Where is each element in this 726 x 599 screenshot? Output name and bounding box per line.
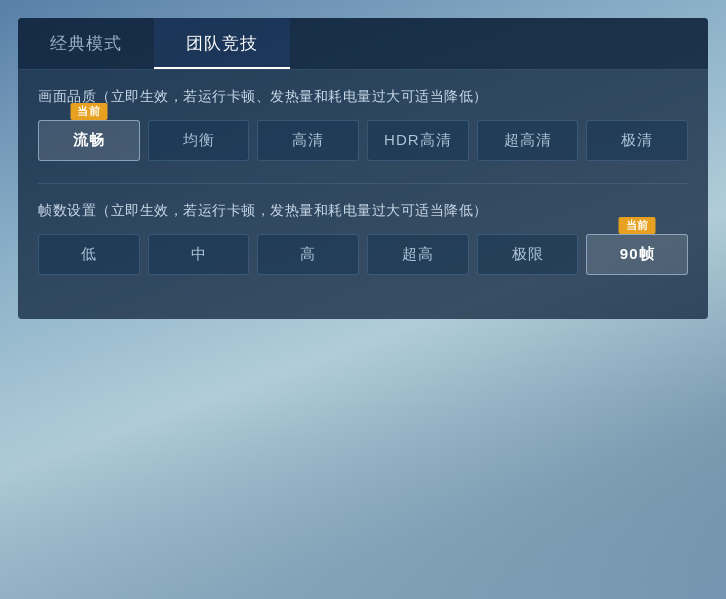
quality-option-ultra[interactable]: 超高清 (477, 120, 579, 161)
fps-section: 帧数设置（立即生效，若运行卡顿，发热量和耗电量过大可适当降低） 低 中 高 超高… (38, 202, 688, 275)
quality-options-row: 当前 流畅 均衡 高清 HDR高清 超高清 极清 (38, 120, 688, 161)
fps-option-mid[interactable]: 中 (148, 234, 250, 275)
tabs-row: 经典模式 团队竞技 (18, 18, 708, 70)
fps-option-90[interactable]: 当前 90帧 (586, 234, 688, 275)
quality-option-hdr[interactable]: HDR高清 (367, 120, 469, 161)
fps-option-low[interactable]: 低 (38, 234, 140, 275)
fps-option-high[interactable]: 高 (257, 234, 359, 275)
fps-current-badge: 当前 (619, 217, 656, 234)
quality-option-balanced[interactable]: 均衡 (148, 120, 250, 161)
tab-classic[interactable]: 经典模式 (18, 18, 154, 69)
panel-content: 画面品质（立即生效，若运行卡顿、发热量和耗电量过大可适当降低） 当前 流畅 均衡… (18, 70, 708, 319)
fps-option-max[interactable]: 极限 (477, 234, 579, 275)
section-divider (38, 183, 688, 184)
quality-current-badge: 当前 (70, 103, 107, 120)
settings-panel: 经典模式 团队竞技 画面品质（立即生效，若运行卡顿、发热量和耗电量过大可适当降低… (18, 18, 708, 319)
fps-options-row: 低 中 高 超高 极限 当前 90帧 (38, 234, 688, 275)
fps-option-very-high[interactable]: 超高 (367, 234, 469, 275)
quality-option-hd[interactable]: 高清 (257, 120, 359, 161)
quality-section: 画面品质（立即生效，若运行卡顿、发热量和耗电量过大可适当降低） 当前 流畅 均衡… (38, 88, 688, 161)
quality-option-extreme[interactable]: 极清 (586, 120, 688, 161)
quality-label: 画面品质（立即生效，若运行卡顿、发热量和耗电量过大可适当降低） (38, 88, 688, 106)
fps-label: 帧数设置（立即生效，若运行卡顿，发热量和耗电量过大可适当降低） (38, 202, 688, 220)
tab-team[interactable]: 团队竞技 (154, 18, 290, 69)
quality-option-smooth[interactable]: 当前 流畅 (38, 120, 140, 161)
